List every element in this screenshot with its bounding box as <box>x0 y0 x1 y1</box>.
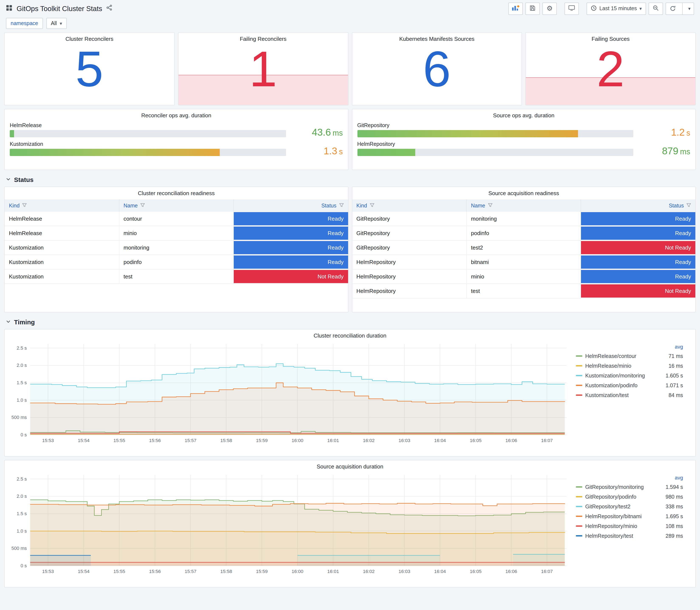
gauge-label: HelmRepository <box>357 141 633 147</box>
column-header-status[interactable]: Status <box>238 203 344 209</box>
svg-text:15:53: 15:53 <box>42 569 54 574</box>
filter-icon[interactable] <box>488 203 492 209</box>
svg-text:1.0 s: 1.0 s <box>17 528 27 534</box>
cycle-view-mode-button[interactable] <box>565 2 579 15</box>
legend-series-name[interactable]: HelmRelease/contour <box>585 353 666 359</box>
panel-title[interactable]: Source acquisition duration <box>9 460 691 470</box>
gauge-value: 1.2s <box>639 128 690 137</box>
stat-value: 6 <box>352 33 522 105</box>
time-range-picker[interactable]: Last 15 minutes ▾ <box>587 2 646 15</box>
filter-icon[interactable] <box>339 203 344 209</box>
time-series-plot[interactable]: 15:5315:5415:5515:5615:5715:5815:5916:00… <box>9 340 570 447</box>
panel-title[interactable]: Kubernetes Manifests Sources <box>352 33 522 42</box>
panel-title[interactable]: Failing Reconcilers <box>179 33 348 42</box>
stat-value: 2 <box>526 33 696 105</box>
svg-text:0 s: 0 s <box>21 432 27 437</box>
bar-gauge-fill <box>357 130 578 137</box>
filter-icon[interactable] <box>140 203 145 209</box>
legend-item[interactable]: HelmRelease/minio16 ms <box>576 361 683 371</box>
readiness-table: Kind Name Status HelmReleasecontourReady… <box>5 199 348 284</box>
legend-series-name[interactable]: HelmRepository/minio <box>585 523 663 529</box>
panel-title[interactable]: Cluster reconciliation readiness <box>5 187 348 196</box>
filter-icon[interactable] <box>22 203 27 209</box>
legend-series-avg: 289 ms <box>666 533 683 539</box>
dashboard-settings-button[interactable]: ⚙ <box>542 2 557 15</box>
apps-icon[interactable] <box>6 4 12 13</box>
legend-series-color <box>576 516 582 517</box>
column-header-name[interactable]: Name <box>471 203 576 209</box>
legend-item[interactable]: HelmRepository/test289 ms <box>576 531 683 541</box>
legend-item[interactable]: HelmRepository/bitnami1.695 s <box>576 511 683 521</box>
variables-row: namespace All ▾ <box>0 17 700 32</box>
panel-title[interactable]: Cluster Reconcilers <box>5 33 174 42</box>
section-timing[interactable]: Timing <box>4 316 696 326</box>
share-icon[interactable] <box>107 5 112 12</box>
svg-text:16:03: 16:03 <box>398 569 410 574</box>
legend-series-avg: 338 ms <box>666 503 683 510</box>
legend-item[interactable]: GitRepository/test2338 ms <box>576 502 683 511</box>
column-header-kind[interactable]: Kind <box>9 203 115 209</box>
table-row: KustomizationtestNot Ready <box>5 269 348 284</box>
save-icon <box>530 5 536 12</box>
column-header-kind[interactable]: Kind <box>356 203 462 209</box>
add-panel-button[interactable] <box>508 2 523 15</box>
svg-text:16:00: 16:00 <box>292 438 303 443</box>
svg-text:15:54: 15:54 <box>78 438 89 443</box>
legend-item[interactable]: Kustomization/monitoring1.605 s <box>576 371 683 381</box>
legend-series-name[interactable]: Kustomization/monitoring <box>585 373 663 379</box>
status-badge: Ready <box>581 270 695 283</box>
stats-row: Cluster Reconcilers 5 Failing Reconciler… <box>4 32 696 106</box>
filter-icon[interactable] <box>370 203 374 209</box>
panel-title[interactable]: Source acquisition readiness <box>352 187 695 196</box>
divider <box>682 3 683 14</box>
refresh-button-group[interactable]: ▾ <box>666 2 694 15</box>
svg-text:16:04: 16:04 <box>434 438 446 443</box>
status-badge: Ready <box>581 256 695 269</box>
svg-text:15:56: 15:56 <box>149 438 161 443</box>
table-row: HelmReleaseminioReady <box>5 226 348 240</box>
svg-text:16:06: 16:06 <box>505 438 517 443</box>
svg-text:15:57: 15:57 <box>185 438 196 443</box>
legend-item[interactable]: HelmRepository/minio108 ms <box>576 521 683 531</box>
column-header-status[interactable]: Status <box>585 203 691 209</box>
legend-item[interactable]: GitRepository/podinfo980 ms <box>576 492 683 502</box>
refresh-interval-caret-icon[interactable]: ▾ <box>685 6 694 11</box>
svg-text:1.0 s: 1.0 s <box>17 398 27 403</box>
legend-series-name[interactable]: GitRepository/monitoring <box>585 484 663 490</box>
legend-item[interactable]: HelmRelease/contour71 ms <box>576 351 683 361</box>
panel-title[interactable]: Cluster reconciliation duration <box>9 330 691 339</box>
legend-series-name[interactable]: GitRepository/test2 <box>585 503 663 510</box>
legend-series-name[interactable]: HelmRepository/bitnami <box>585 513 663 519</box>
legend-item[interactable]: GitRepository/monitoring1.594 s <box>576 482 683 492</box>
status-badge: Ready <box>234 256 348 269</box>
legend-item[interactable]: Kustomization/test84 ms <box>576 390 683 400</box>
zoom-out-time-button[interactable] <box>649 2 663 15</box>
dashboard-title: GitOps Toolkit Cluster Stats <box>17 4 102 13</box>
variable-namespace-label[interactable]: namespace <box>6 18 43 29</box>
legend-series-name[interactable]: HelmRepository/test <box>585 533 663 539</box>
legend-series-name[interactable]: Kustomization/test <box>585 392 666 398</box>
zoom-out-icon <box>653 5 659 12</box>
legend-series-avg: 71 ms <box>669 353 683 359</box>
save-dashboard-button[interactable] <box>525 2 540 15</box>
bar-gauge-fill <box>10 149 219 156</box>
panel-title[interactable]: Failing Sources <box>526 33 696 42</box>
gauge-label: Kustomization <box>10 141 286 147</box>
column-header-name[interactable]: Name <box>124 203 229 209</box>
time-series-plot[interactable]: 15:5315:5415:5515:5615:5715:5815:5916:00… <box>9 470 570 578</box>
legend-series-color <box>576 375 582 376</box>
panel-title[interactable]: Reconciler ops avg. duration <box>10 109 343 118</box>
svg-text:16:02: 16:02 <box>363 569 375 574</box>
legend-series-name[interactable]: Kustomization/podinfo <box>585 382 663 388</box>
variable-namespace-value[interactable]: All ▾ <box>46 18 67 29</box>
legend-item[interactable]: Kustomization/podinfo1.071 s <box>576 381 683 390</box>
refresh-icon[interactable] <box>666 3 680 14</box>
bar-gauge-track <box>357 130 633 137</box>
panel-title[interactable]: Source ops avg. duration <box>357 109 690 118</box>
legend-series-name[interactable]: HelmRelease/minio <box>585 363 666 369</box>
svg-text:500 ms: 500 ms <box>12 415 27 420</box>
legend-series-name[interactable]: GitRepository/podinfo <box>585 494 663 500</box>
panel-source-acquisition-duration: Source acquisition duration 15:5315:5415… <box>4 460 696 588</box>
section-status[interactable]: Status <box>4 174 696 183</box>
filter-icon[interactable] <box>686 203 691 209</box>
